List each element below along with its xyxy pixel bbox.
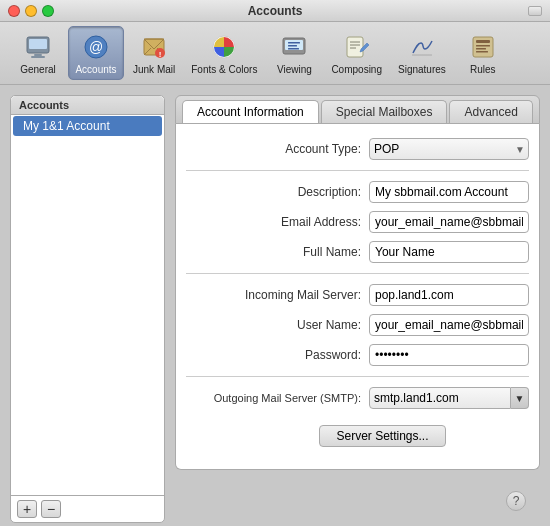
- toolbar-item-fonts-colors[interactable]: Fonts & Colors: [184, 26, 264, 80]
- add-account-button[interactable]: +: [17, 500, 37, 518]
- svg-rect-26: [476, 48, 486, 50]
- fullname-field: [369, 241, 529, 263]
- svg-text:@: @: [89, 39, 103, 55]
- account-type-label: Account Type:: [186, 142, 361, 156]
- toolbar: General @ Accounts ! Junk Mail: [0, 22, 550, 85]
- minimize-button[interactable]: [25, 5, 37, 17]
- email-row: Email Address:: [186, 211, 529, 233]
- account-information-panel: Account Type: POP IMAP ▼ Des: [175, 124, 540, 470]
- svg-text:!: !: [159, 50, 162, 59]
- svg-rect-27: [476, 51, 488, 53]
- password-label: Password:: [186, 348, 361, 362]
- content-wrapper: Account Information Special Mailboxes Ad…: [175, 95, 540, 523]
- fullname-input[interactable]: [369, 241, 529, 263]
- toolbar-item-signatures[interactable]: Signatures: [391, 26, 453, 80]
- tab-account-information[interactable]: Account Information: [182, 100, 319, 123]
- accounts-icon: @: [80, 31, 112, 63]
- svg-rect-16: [288, 45, 297, 47]
- toolbar-item-composing[interactable]: Composing: [324, 26, 389, 80]
- password-field: [369, 344, 529, 366]
- description-label: Description:: [186, 185, 361, 199]
- incoming-server-label: Incoming Mail Server:: [186, 288, 361, 302]
- titlebar: Accounts: [0, 0, 550, 22]
- main-content: Accounts My 1&1 Account + − Account Info…: [0, 85, 550, 526]
- smtp-field: smtp.land1.com ▼: [369, 387, 529, 409]
- maximize-button[interactable]: [42, 5, 54, 17]
- account-type-row: Account Type: POP IMAP ▼: [186, 138, 529, 160]
- svg-rect-18: [347, 37, 363, 57]
- toolbar-item-viewing[interactable]: Viewing: [266, 26, 322, 80]
- toolbar-item-accounts[interactable]: @ Accounts: [68, 26, 124, 80]
- sidebar-item-account[interactable]: My 1&1 Account: [13, 116, 162, 136]
- smtp-dropdown-button[interactable]: ▼: [511, 387, 529, 409]
- divider-2: [186, 273, 529, 274]
- username-input[interactable]: [369, 314, 529, 336]
- smtp-wrapper: smtp.land1.com ▼: [369, 387, 529, 409]
- svg-rect-3: [31, 56, 45, 58]
- server-settings-row: Server Settings...: [236, 417, 529, 447]
- junk-mail-label: Junk Mail: [133, 64, 175, 75]
- resize-handle[interactable]: [528, 6, 542, 16]
- smtp-select[interactable]: smtp.land1.com: [369, 387, 511, 409]
- accounts-label: Accounts: [75, 64, 116, 75]
- account-type-select-wrapper: POP IMAP ▼: [369, 138, 529, 160]
- signatures-icon: [406, 31, 438, 63]
- rules-icon: [467, 31, 499, 63]
- email-input[interactable]: [369, 211, 529, 233]
- svg-rect-25: [476, 45, 490, 47]
- username-label: User Name:: [186, 318, 361, 332]
- sidebar: Accounts My 1&1 Account + −: [10, 95, 165, 523]
- svg-rect-24: [476, 40, 490, 43]
- general-icon: [22, 31, 54, 63]
- help-button[interactable]: ?: [506, 491, 526, 511]
- password-row: Password:: [186, 344, 529, 366]
- viewing-label: Viewing: [277, 64, 312, 75]
- username-row: User Name:: [186, 314, 529, 336]
- incoming-server-field: [369, 284, 529, 306]
- sidebar-footer: + −: [11, 495, 164, 522]
- fonts-colors-label: Fonts & Colors: [191, 64, 257, 75]
- divider-3: [186, 376, 529, 377]
- tab-special-mailboxes[interactable]: Special Mailboxes: [321, 100, 448, 123]
- description-field: [369, 181, 529, 203]
- remove-account-button[interactable]: −: [41, 500, 61, 518]
- accounts-list: My 1&1 Account: [11, 115, 164, 495]
- tab-bar: Account Information Special Mailboxes Ad…: [175, 95, 540, 124]
- email-field: [369, 211, 529, 233]
- window-title: Accounts: [248, 4, 303, 18]
- tab-advanced[interactable]: Advanced: [449, 100, 532, 123]
- account-type-field: POP IMAP ▼: [369, 138, 529, 160]
- composing-label: Composing: [331, 64, 382, 75]
- toolbar-item-general[interactable]: General: [10, 26, 66, 80]
- incoming-server-input[interactable]: [369, 284, 529, 306]
- divider-1: [186, 170, 529, 171]
- close-button[interactable]: [8, 5, 20, 17]
- toolbar-item-rules[interactable]: Rules: [455, 26, 511, 80]
- account-settings: Account Information Special Mailboxes Ad…: [175, 95, 540, 470]
- description-input[interactable]: [369, 181, 529, 203]
- smtp-row: Outgoing Mail Server (SMTP): smtp.land1.…: [186, 387, 529, 409]
- password-input[interactable]: [369, 344, 529, 366]
- incoming-server-row: Incoming Mail Server:: [186, 284, 529, 306]
- junk-mail-icon: !: [138, 31, 170, 63]
- svg-rect-2: [34, 54, 42, 56]
- fonts-colors-icon: [208, 31, 240, 63]
- toolbar-item-junk-mail[interactable]: ! Junk Mail: [126, 26, 182, 80]
- server-settings-button[interactable]: Server Settings...: [319, 425, 445, 447]
- sidebar-header: Accounts: [11, 96, 164, 115]
- account-name: My 1&1 Account: [23, 119, 110, 133]
- rules-label: Rules: [470, 64, 496, 75]
- description-row: Description:: [186, 181, 529, 203]
- signatures-label: Signatures: [398, 64, 446, 75]
- svg-rect-15: [288, 42, 300, 44]
- account-type-select[interactable]: POP IMAP: [369, 138, 529, 160]
- svg-rect-17: [288, 48, 299, 50]
- smtp-label: Outgoing Mail Server (SMTP):: [186, 392, 361, 404]
- email-label: Email Address:: [186, 215, 361, 229]
- svg-rect-1: [29, 39, 47, 49]
- general-label: General: [20, 64, 56, 75]
- composing-icon: [341, 31, 373, 63]
- fullname-label: Full Name:: [186, 245, 361, 259]
- window-controls[interactable]: [8, 5, 54, 17]
- viewing-icon: [278, 31, 310, 63]
